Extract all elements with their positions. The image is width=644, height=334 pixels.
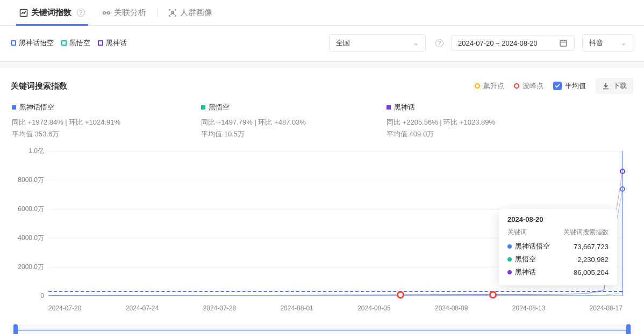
stat-change: 同比 +1497.79% | 环比 +487.03%	[201, 117, 306, 128]
tooltip-col-keyword: 关键词	[507, 228, 527, 237]
x-tick: 2024-08-13	[512, 304, 545, 312]
time-range-slider[interactable]	[11, 325, 633, 334]
help-icon[interactable]: ?	[435, 39, 443, 47]
y-axis: 02000.0万4000.0万6000.0万8000.0万1.0亿	[11, 151, 48, 296]
square-icon	[11, 40, 16, 46]
section-title: 关键词搜索指数	[11, 81, 67, 91]
y-tick: 4000.0万	[18, 234, 44, 243]
stat-avg: 平均值 10.5万	[201, 128, 306, 140]
legend-item[interactable]: 黑悟空	[61, 38, 90, 48]
square-icon	[98, 40, 103, 46]
line-chart[interactable]: 02000.0万4000.0万6000.0万8000.0万1.0亿 2024-0…	[11, 151, 633, 317]
download-label: 下载	[613, 81, 627, 91]
tooltip: 2024-08-20 关键词 关键词搜索指数 黑神话悟空73,667,723黑悟…	[499, 209, 617, 285]
chart-icon	[19, 9, 28, 17]
chevron-down-icon: ⌄	[413, 39, 419, 47]
x-axis: 2024-07-202024-07-242024-07-282024-08-01…	[48, 304, 622, 312]
stat-block: 黑悟空同比 +1497.79% | 环比 +487.03%平均值 10.5万	[201, 103, 306, 140]
tab-audience[interactable]: 人群画像	[160, 0, 221, 25]
date-range-picker[interactable]: 2024-07-20 ~ 2024-08-20	[451, 35, 575, 51]
square-icon	[201, 105, 205, 110]
svg-point-2	[108, 11, 110, 14]
stat-avg: 平均值 353.6万	[12, 128, 120, 140]
svg-point-1	[103, 11, 106, 14]
square-icon	[61, 40, 67, 46]
calendar-icon	[559, 39, 568, 47]
connection-icon	[102, 9, 111, 17]
peak-label: 波峰点	[523, 81, 543, 91]
avg-label: 平均值	[565, 81, 586, 91]
legend-label: 黑神话	[106, 38, 127, 48]
x-tick: 2024-08-09	[435, 304, 468, 312]
peak-legend: 波峰点	[514, 81, 543, 91]
peak-marker	[489, 291, 497, 299]
x-tick: 2024-08-17	[590, 304, 622, 312]
keyword-legend: 黑神话悟空 黑悟空 黑神话	[11, 38, 127, 48]
filters-row: 黑神话悟空 黑悟空 黑神话 全国 ⌄ ? 2024-07-20 ~ 2024-0…	[0, 26, 644, 62]
tooltip-row-name: 黑神话	[515, 267, 536, 277]
peak-icon	[514, 83, 519, 89]
checkbox-checked-icon	[553, 82, 562, 90]
tab-keyword-index[interactable]: 关键词指数 ?	[11, 0, 94, 25]
stat-name-label: 黑悟空	[209, 103, 230, 112]
tab-label: 关键词指数	[31, 8, 71, 18]
platform-value: 抖音	[589, 38, 603, 48]
dot-icon	[507, 244, 512, 249]
help-icon[interactable]: ?	[77, 9, 85, 17]
stat-name-label: 黑神话悟空	[19, 103, 54, 112]
x-tick: 2024-08-01	[280, 304, 313, 312]
surge-icon	[475, 83, 480, 89]
x-tick: 2024-07-28	[203, 304, 236, 312]
x-tick: 2024-08-05	[357, 304, 390, 312]
tab-correlation[interactable]: 关联分析	[94, 0, 155, 25]
date-range-value: 2024-07-20 ~ 2024-08-20	[458, 39, 538, 47]
tooltip-row: 黑神话86,005,204	[507, 266, 609, 279]
y-tick: 6000.0万	[18, 205, 44, 214]
hover-line	[622, 151, 623, 296]
stats-row: 黑神话悟空同比 +1972.84% | 环比 +1024.91%平均值 353.…	[11, 103, 633, 140]
region-select[interactable]: 全国 ⌄	[329, 34, 426, 52]
download-icon	[602, 82, 610, 90]
range-handle-end[interactable]	[626, 324, 631, 334]
peak-marker	[397, 291, 404, 299]
tooltip-row-value: 86,005,204	[574, 268, 609, 277]
tooltip-col-value: 关键词搜索指数	[563, 228, 609, 237]
avg-toggle[interactable]: 平均值	[553, 81, 586, 91]
download-button[interactable]: 下载	[596, 78, 633, 94]
stat-block: 黑神话同比 +2205.56% | 环比 +1023.89%平均值 409.0万	[387, 103, 495, 140]
legend-item[interactable]: 黑神话悟空	[11, 38, 54, 48]
tabs-bar: 关键词指数 ? 关联分析 人群画像	[0, 0, 644, 26]
stat-avg: 平均值 409.0万	[387, 128, 495, 140]
tooltip-row-name: 黑神话悟空	[515, 242, 550, 251]
surge-legend: 飙升点	[475, 81, 504, 91]
tab-label: 关联分析	[114, 8, 146, 18]
region-value: 全国	[336, 38, 350, 48]
y-tick: 0	[40, 292, 44, 300]
tooltip-row: 黑神话悟空73,667,723	[507, 240, 609, 253]
user-scan-icon	[168, 9, 177, 17]
stat-change: 同比 +1972.84% | 环比 +1024.91%	[12, 117, 120, 128]
stat-name-label: 黑神话	[394, 103, 415, 112]
legend-label: 黑神话悟空	[19, 38, 54, 48]
chevron-down-icon: ⌄	[621, 39, 626, 47]
stat-change: 同比 +2205.56% | 环比 +1023.89%	[387, 117, 495, 128]
x-tick: 2024-07-24	[126, 304, 159, 312]
surge-label: 飙升点	[483, 81, 504, 91]
y-tick: 1.0亿	[28, 147, 44, 156]
dot-icon	[507, 257, 512, 262]
divider	[157, 8, 158, 18]
y-tick: 2000.0万	[18, 263, 44, 272]
tooltip-row-value: 2,230,982	[577, 256, 609, 264]
range-track	[17, 330, 627, 331]
platform-select[interactable]: 抖音 ⌄	[582, 34, 633, 52]
dot-icon	[507, 270, 512, 274]
tab-label: 人群画像	[180, 8, 212, 18]
tooltip-row-value: 73,667,723	[574, 243, 609, 251]
chart-card: 关键词搜索指数 飙升点 波峰点 平均值 下载 黑神话悟空同比 +1972.	[0, 68, 644, 334]
legend-item[interactable]: 黑神话	[98, 38, 127, 48]
stat-block: 黑神话悟空同比 +1972.84% | 环比 +1024.91%平均值 353.…	[12, 103, 120, 140]
x-tick: 2024-07-20	[48, 304, 81, 312]
range-handle-start[interactable]	[13, 324, 18, 334]
svg-rect-4	[560, 40, 567, 46]
tooltip-row: 黑悟空2,230,982	[507, 253, 609, 266]
